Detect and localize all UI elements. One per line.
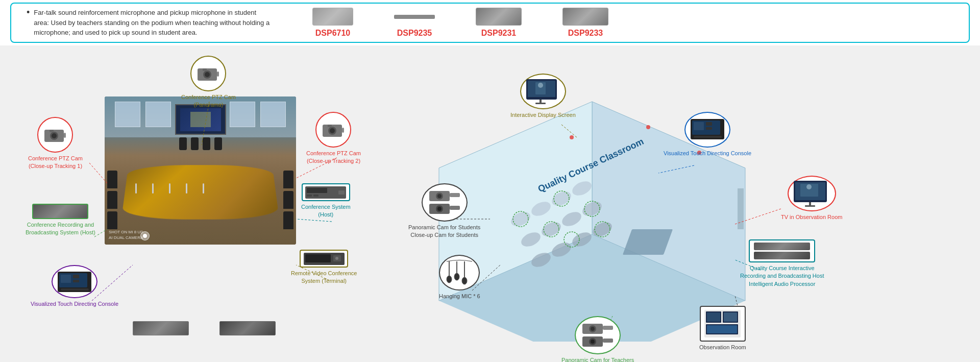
remote-video: Remote Video ConferenceSystem (Terminal) bbox=[291, 250, 357, 285]
svg-rect-34 bbox=[328, 125, 332, 127]
product-dsp9235-image bbox=[394, 15, 435, 19]
conf-ptz-close2-label: Conference PTZ Cam(Close-up Tracking 2) bbox=[306, 150, 361, 165]
remote-video-icon bbox=[300, 250, 348, 268]
quality-interactive: Quality Course InteractiveRecording and … bbox=[740, 239, 824, 288]
svg-point-113 bbox=[591, 327, 595, 331]
bottom-rack-left bbox=[133, 321, 189, 335]
visualized-touch-left-label: Visualized Touch Directing Console bbox=[31, 300, 118, 308]
svg-rect-40 bbox=[338, 190, 345, 195]
product-dsp9231-label: DSP9231 bbox=[481, 29, 517, 38]
svg-point-104 bbox=[462, 277, 467, 284]
conf-ptz-close1-label: Conference PTZ Cam(Close-up Tracking 1) bbox=[28, 155, 83, 171]
tv-observation: TV in Observation Room bbox=[781, 176, 842, 221]
product-dsp9235-label: DSP9235 bbox=[397, 29, 432, 38]
svg-point-72 bbox=[570, 135, 574, 139]
photo-watermark: SHOT ON MI 8 UDAI DUAL CAMERA bbox=[109, 229, 143, 240]
svg-point-94 bbox=[437, 207, 442, 211]
product-dsp6710-image bbox=[312, 8, 353, 26]
teachers-cam: Panoramic Cam for TeachersClose-up Cam f… bbox=[561, 316, 634, 362]
conf-ptz-close1: Conference PTZ Cam(Close-up Tracking 1) bbox=[28, 117, 83, 171]
interactive-display-label: Interactive Display Screen bbox=[510, 111, 576, 119]
svg-point-44 bbox=[335, 257, 338, 260]
svg-line-4 bbox=[296, 219, 332, 222]
svg-rect-114 bbox=[603, 326, 613, 330]
conf-recording: Conference Recording andBroadcasting Sys… bbox=[26, 204, 95, 237]
svg-rect-18 bbox=[203, 68, 207, 71]
conf-ptz-close2: Conference PTZ Cam(Close-up Tracking 2) bbox=[306, 112, 361, 165]
conf-system-host-icon bbox=[302, 183, 350, 201]
svg-rect-123 bbox=[724, 312, 737, 322]
svg-rect-35 bbox=[342, 128, 344, 133]
svg-point-33 bbox=[330, 128, 335, 133]
svg-rect-30 bbox=[61, 288, 89, 291]
conf-ptz-panorama-icon bbox=[190, 56, 226, 91]
svg-point-117 bbox=[591, 340, 595, 344]
interactive-display-icon bbox=[520, 74, 566, 109]
svg-point-90 bbox=[437, 194, 442, 198]
svg-rect-28 bbox=[73, 275, 79, 278]
svg-rect-38 bbox=[307, 195, 312, 197]
svg-rect-95 bbox=[450, 206, 460, 210]
conf-recording-label: Conference Recording andBroadcasting Sys… bbox=[26, 221, 95, 237]
conf-ptz-panorama-label: Conference PTZ Cam(Panorama) bbox=[181, 93, 236, 109]
teachers-cam-icon bbox=[575, 316, 621, 354]
svg-rect-85 bbox=[706, 122, 712, 126]
observation-room: Observation Room bbox=[699, 306, 746, 351]
svg-point-79 bbox=[538, 83, 543, 88]
visualized-touch-right-icon bbox=[684, 112, 730, 148]
conf-recording-icon bbox=[32, 204, 88, 219]
svg-rect-71 bbox=[738, 188, 744, 229]
svg-rect-42 bbox=[305, 254, 331, 262]
tv-observation-icon bbox=[788, 176, 836, 211]
svg-rect-80 bbox=[540, 100, 542, 103]
visualized-touch-right-label: Visualized Touch Directing Console bbox=[664, 150, 751, 157]
quality-interactive-icon bbox=[749, 239, 815, 262]
tv-observation-label: TV in Observation Room bbox=[781, 213, 842, 221]
svg-rect-118 bbox=[603, 339, 613, 343]
main-diagram: Conference PTZ Cam(Panorama) Conference … bbox=[0, 45, 980, 362]
svg-point-98 bbox=[447, 276, 452, 283]
visualized-touch-left: Visualized Touch Directing Console bbox=[31, 265, 118, 308]
svg-rect-81 bbox=[535, 103, 546, 104]
svg-rect-110 bbox=[805, 205, 815, 207]
svg-point-22 bbox=[52, 133, 57, 138]
svg-point-17 bbox=[205, 72, 210, 77]
conf-ptz-panorama: Conference PTZ Cam(Panorama) bbox=[181, 56, 236, 109]
product-dsp9233-image bbox=[562, 8, 608, 26]
remote-video-label: Remote Video ConferenceSystem (Terminal) bbox=[291, 270, 357, 285]
hanging-mic-label: Hanging MIC * 6 bbox=[439, 293, 480, 300]
students-cam-label: Panoramic Cam for StudentsClose-up Cam f… bbox=[408, 224, 480, 239]
visualized-touch-left-icon bbox=[52, 265, 97, 298]
product-dsp9231-image bbox=[476, 8, 522, 26]
top-banner: • Far-talk sound reinforcement microphon… bbox=[10, 3, 970, 43]
product-dsp9235: DSP9235 bbox=[394, 8, 435, 38]
svg-point-73 bbox=[646, 125, 650, 129]
banner-text: • Far-talk sound reinforcement microphon… bbox=[27, 8, 272, 38]
svg-rect-84 bbox=[694, 122, 704, 130]
svg-rect-27 bbox=[61, 275, 71, 283]
svg-rect-125 bbox=[707, 325, 737, 333]
svg-rect-121 bbox=[707, 312, 720, 322]
svg-rect-86 bbox=[706, 127, 712, 130]
conf-system-host-label: Conference System(Host) bbox=[301, 203, 351, 219]
product-dsp9233-label: DSP9233 bbox=[568, 29, 603, 38]
bottom-rack-right bbox=[219, 321, 276, 335]
svg-rect-87 bbox=[694, 136, 722, 138]
conf-ptz-close2-icon bbox=[315, 112, 351, 148]
students-cam-icon bbox=[422, 183, 468, 222]
product-dsp6710-label: DSP6710 bbox=[315, 29, 351, 38]
svg-rect-37 bbox=[307, 188, 327, 193]
svg-rect-23 bbox=[50, 130, 54, 132]
product-dsp9233: DSP9233 bbox=[562, 8, 608, 38]
svg-rect-19 bbox=[217, 71, 219, 77]
svg-rect-24 bbox=[64, 133, 66, 138]
conference-photo: SHOT ON MI 8 UDAI DUAL CAMERA bbox=[105, 96, 296, 245]
product-dsp9231: DSP9231 bbox=[476, 8, 522, 38]
conf-ptz-close1-icon bbox=[37, 117, 73, 153]
product-dsp6710: DSP6710 bbox=[312, 8, 353, 38]
observation-room-label: Observation Room bbox=[699, 344, 746, 351]
svg-rect-39 bbox=[313, 195, 318, 197]
hanging-mic-icon bbox=[439, 255, 480, 291]
students-cam: Panoramic Cam for StudentsClose-up Cam f… bbox=[408, 183, 480, 239]
svg-rect-109 bbox=[809, 202, 811, 205]
